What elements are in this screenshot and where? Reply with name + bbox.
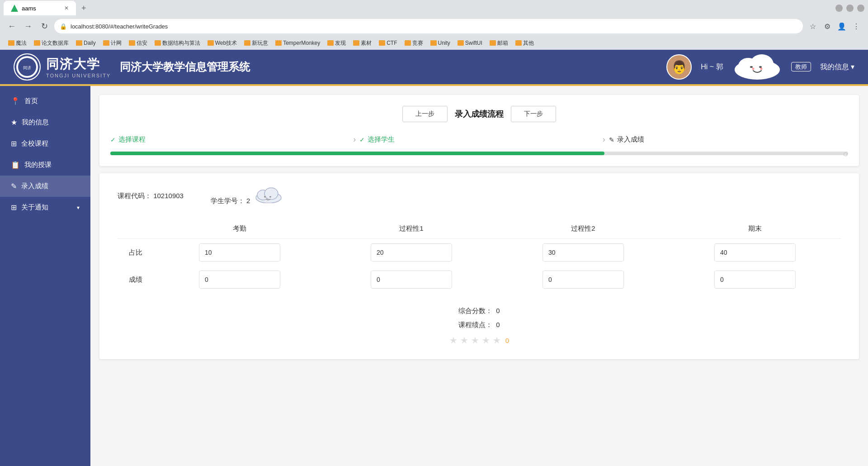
back-btn[interactable]: ←: [5, 20, 18, 33]
grade-table: 考勤 过程性1 过程性2 期末 占比: [118, 219, 841, 293]
gpa-row: 课程绩点： 0: [458, 321, 500, 329]
ratio-process1-input[interactable]: [371, 243, 452, 262]
next-step-btn[interactable]: 下一步: [511, 106, 556, 122]
bookmark-竞赛[interactable]: 竞赛: [402, 38, 426, 48]
bookmark-label: TemperMonkey: [283, 40, 320, 46]
bookmark-信安[interactable]: 信安: [126, 38, 150, 48]
dropdown-icon: ▾: [851, 63, 854, 71]
sidebar: 📍 首页 ★ 我的信息 ⊞ 全校课程 📋 我的授课 ✎ 录入成绩: [0, 86, 90, 466]
sidebar-item-home[interactable]: 📍 首页: [0, 90, 90, 112]
bookmark-ctf[interactable]: CTF: [376, 39, 400, 47]
svg-point-10: [759, 66, 762, 68]
bookmark-web[interactable]: Web技术: [205, 38, 240, 48]
ratio-final-input[interactable]: [714, 243, 796, 262]
grid-icon: ⊞: [11, 139, 17, 148]
bookmark-daily[interactable]: Daily: [73, 39, 99, 47]
ratio-row: 占比: [118, 239, 841, 266]
grade-form-card: 课程代码： 10210903 学生学号： 2: [99, 173, 859, 359]
bookmark-label: SwiftUI: [465, 40, 482, 46]
bookmark-其他[interactable]: 其他: [513, 38, 537, 48]
svg-point-7: [752, 68, 754, 70]
browser-window: aams ✕ + ← → ↻ 🔒 localhost:8080/#/teache…: [0, 0, 868, 466]
ratio-final-cell: [669, 239, 841, 266]
svg-point-14: [264, 196, 266, 198]
progress-bar: ○: [110, 152, 848, 155]
sidebar-item-grades[interactable]: ✎ 录入成绩: [0, 176, 90, 197]
maximize-btn[interactable]: [846, 5, 854, 12]
star-highlight-value: 0: [505, 337, 509, 344]
bookmark-label: Daily: [84, 40, 96, 46]
new-tab-btn[interactable]: +: [78, 2, 90, 15]
logo-circle: 同济: [14, 53, 41, 81]
tab-title: aams: [22, 5, 36, 12]
ratio-label: 占比: [118, 239, 154, 266]
edit-icon: ✎: [11, 182, 17, 190]
window-controls: [835, 5, 864, 12]
steps-card: 上一步 录入成绩流程 下一步 ✓ 选择课程 › ✓ 选择学生: [99, 95, 859, 166]
bookmark-label: 信安: [137, 39, 147, 47]
step2-label: 选择学生: [368, 135, 395, 144]
address-bar[interactable]: 🔒 localhost:8080/#/teacher/writeGrades: [54, 19, 803, 33]
folder-icon: [155, 40, 161, 46]
steps-header: 上一步 录入成绩流程 下一步: [110, 106, 848, 122]
sidebar-myinfo-label: 我的信息: [22, 118, 49, 127]
bookmark-发现[interactable]: 发现: [325, 38, 349, 48]
ratio-attendance-input[interactable]: [199, 243, 280, 262]
sidebar-notice-label: 关于通知: [21, 203, 48, 212]
bookmark-unity[interactable]: Unity: [428, 39, 453, 47]
my-info-btn[interactable]: 我的信息 ▾: [820, 62, 854, 72]
star-2: ★: [460, 335, 468, 346]
menu-btn[interactable]: ⋮: [850, 20, 863, 33]
bookmark-邮箱[interactable]: 邮箱: [487, 38, 511, 48]
ratio-process2-input[interactable]: [542, 243, 624, 262]
profile-btn[interactable]: 👤: [835, 20, 848, 33]
refresh-btn[interactable]: ↻: [38, 20, 51, 33]
student-id-label: 学生学号：: [211, 197, 245, 204]
page-content: 同济 同济大学 TONGJI UNIVERSITY 同济大学教学信息管理系统 👨…: [0, 50, 868, 466]
small-cloud-svg: [255, 187, 282, 203]
home-icon: 📍: [11, 97, 20, 105]
total-score-row: 综合分数： 0: [458, 307, 500, 315]
star-1: ★: [449, 335, 458, 346]
sidebar-item-notice[interactable]: ⊞ 关于通知 ▾: [0, 197, 90, 218]
user-greeting: Hi ~ 郭: [701, 62, 723, 72]
folder-icon: [244, 40, 250, 46]
score-process1-input[interactable]: [371, 271, 452, 289]
minimize-btn[interactable]: [835, 5, 843, 12]
col-empty: [118, 219, 154, 239]
grade-meta: 课程代码： 10210903 学生学号： 2: [118, 187, 841, 205]
bookmark-swiftui[interactable]: SwiftUI: [455, 39, 485, 47]
forward-btn[interactable]: →: [22, 20, 34, 33]
close-btn[interactable]: [857, 5, 864, 12]
bookmark-素材[interactable]: 素材: [350, 38, 374, 48]
bookmark-数据结构[interactable]: 数据结构与算法: [152, 38, 203, 48]
bookmark-label: Web技术: [215, 39, 237, 47]
folder-icon: [515, 40, 522, 46]
tab-close-btn[interactable]: ✕: [64, 5, 69, 11]
bookmark-论文数据库[interactable]: 论文数据库: [31, 38, 71, 48]
folder-icon: [405, 40, 411, 46]
score-process2-input[interactable]: [542, 271, 624, 289]
greeting-text: Hi ~ 郭: [701, 63, 723, 71]
sidebar-item-myinfo[interactable]: ★ 我的信息: [0, 112, 90, 133]
sidebar-item-myteaching[interactable]: 📋 我的授课: [0, 154, 90, 176]
bookmark-魔法[interactable]: 魔法: [5, 38, 29, 48]
bookmark-tempermonkey[interactable]: TemperMonkey: [273, 39, 323, 47]
score-attendance-input[interactable]: [199, 271, 280, 289]
sidebar-item-allcourses[interactable]: ⊞ 全校课程: [0, 133, 90, 154]
star-5: ★: [493, 335, 501, 346]
score-attendance-cell: [154, 266, 326, 293]
notice-icon: ⊞: [11, 203, 17, 212]
bookmark-btn[interactable]: ☆: [807, 20, 819, 33]
logo-svg: 同济: [14, 54, 40, 80]
browser-tab[interactable]: aams ✕: [4, 1, 76, 15]
course-code-value: 10210903: [153, 192, 184, 200]
folder-icon: [430, 40, 437, 46]
bookmark-新玩意[interactable]: 新玩意: [241, 38, 271, 48]
prev-step-btn[interactable]: 上一步: [402, 106, 448, 122]
score-final-input[interactable]: [714, 271, 796, 289]
extensions-btn[interactable]: ⚙: [821, 20, 834, 33]
bookmark-label: 发现: [335, 39, 346, 47]
bookmark-计网[interactable]: 计网: [100, 38, 124, 48]
logo-cn: 同济大学: [46, 56, 111, 73]
